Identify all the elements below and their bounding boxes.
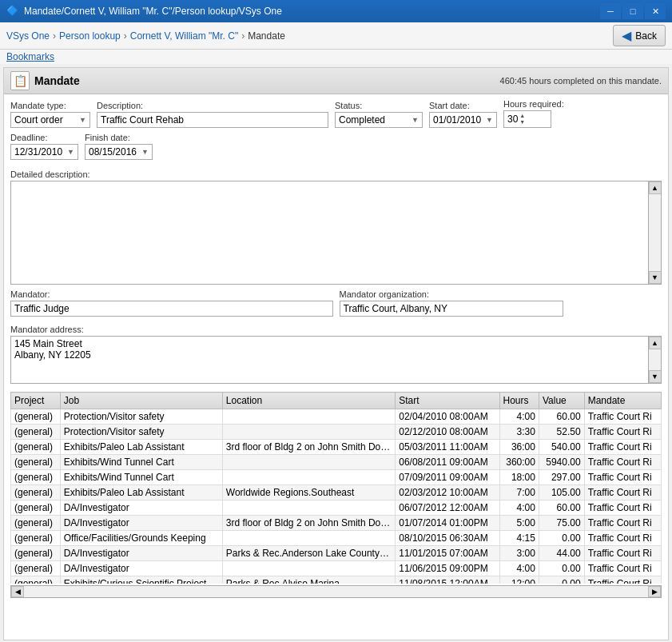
table-row[interactable]: (general)Protection/Visitor safety02/04/… xyxy=(11,409,662,425)
cell-job: Protection/Visitor safety xyxy=(60,409,222,425)
cell-project: (general) xyxy=(11,470,61,485)
cell-start: 02/12/2010 08:00AM xyxy=(396,425,499,440)
address-label: Mandator address: xyxy=(10,325,662,334)
cell-value: 52.50 xyxy=(539,425,584,440)
table-row[interactable]: (general)DA/Investigator3rd floor of Bld… xyxy=(11,516,662,531)
mandate-type-value: Court order xyxy=(14,114,63,126)
cell-mandate: Traffic Court Ri xyxy=(584,546,661,561)
table-row[interactable]: (general)Exhibits/Wind Tunnel Cart06/08/… xyxy=(11,455,662,470)
table-row[interactable]: (general)DA/InvestigatorParks & Rec.Ande… xyxy=(11,546,662,561)
cell-project: (general) xyxy=(11,576,61,584)
mandate-type-arrow: ▼ xyxy=(79,116,86,124)
title-bar: 🔷 Mandate/Cornett V, William "Mr. C"/Per… xyxy=(0,0,672,22)
cell-value: 540.00 xyxy=(539,440,584,455)
cell-hours: 4:00 xyxy=(499,500,539,516)
start-date-dropdown[interactable]: 01/01/2010 ▼ xyxy=(429,112,497,128)
address-area: 145 Main Street Albany, NY 12205 ▲ ▼ xyxy=(10,336,662,384)
data-table: Project Job Location Start Hours Value M… xyxy=(10,392,662,584)
mandate-type-field: Mandate type: Court order ▼ xyxy=(10,101,90,128)
hours-down-arrow[interactable]: ▼ xyxy=(519,119,525,126)
description-label: Description: xyxy=(97,101,328,110)
h-scroll-right-btn[interactable]: ▶ xyxy=(648,586,661,597)
cell-mandate: Traffic Court Ri xyxy=(584,409,661,425)
table-row[interactable]: (general)DA/Investigator06/07/2012 12:00… xyxy=(11,500,662,516)
nav-link-vsysone[interactable]: VSys One xyxy=(6,30,50,42)
cell-location: 3rd floor of Bldg 2 on John Smith Downto… xyxy=(222,440,395,455)
col-location: Location xyxy=(222,393,395,409)
address-text: 145 Main Street Albany, NY 12205 xyxy=(14,338,658,361)
cell-value: 5940.00 xyxy=(539,455,584,470)
minimize-button[interactable]: ─ xyxy=(600,3,621,19)
mandator-section: Mandator: Mandator organization: xyxy=(4,285,668,325)
back-button[interactable]: ◀ Back xyxy=(613,25,666,46)
finish-date-field: Finish date: 08/15/2016 ▼ xyxy=(85,133,153,160)
detailed-desc-textarea[interactable] xyxy=(11,181,648,284)
cell-job: DA/Investigator xyxy=(60,546,222,561)
cell-job: DA/Investigator xyxy=(60,500,222,516)
cell-mandate: Traffic Court Ri xyxy=(584,455,661,470)
deadline-dropdown[interactable]: 12/31/2010 ▼ xyxy=(10,144,78,160)
col-project: Project xyxy=(11,393,61,409)
cell-start: 02/03/2012 10:00AM xyxy=(396,485,499,500)
cell-hours: 36:00 xyxy=(499,440,539,455)
cell-value: 0.00 xyxy=(539,576,584,584)
form-row-1: Mandate type: Court order ▼ Description:… xyxy=(4,94,668,169)
addr-scroll-up[interactable]: ▲ xyxy=(649,337,662,349)
addr-scroll-down[interactable]: ▼ xyxy=(649,370,662,383)
cell-mandate: Traffic Court Ri xyxy=(584,576,661,584)
cell-job: Office/Facilities/Grounds Keeping xyxy=(60,531,222,546)
cell-hours: 360:00 xyxy=(499,455,539,470)
mandator-org-input[interactable] xyxy=(340,301,563,317)
scroll-down-arrow[interactable]: ▼ xyxy=(649,271,662,284)
mandator-input[interactable] xyxy=(10,301,333,317)
mandator-org-label: Mandator organization: xyxy=(340,289,662,299)
hours-required-label: Hours required: xyxy=(503,99,564,109)
cell-project: (general) xyxy=(11,546,61,561)
mandate-type-dropdown[interactable]: Court order ▼ xyxy=(10,112,90,128)
cell-start: 06/07/2012 12:00AM xyxy=(396,500,499,516)
bookmarks-link[interactable]: Bookmarks xyxy=(6,51,54,62)
cell-value: 105.00 xyxy=(539,485,584,500)
table-row[interactable]: (general)Protection/Visitor safety02/12/… xyxy=(11,425,662,440)
status-field: Status: Completed ▼ xyxy=(335,101,423,128)
detailed-desc-scrollbar: ▲ ▼ xyxy=(648,181,661,284)
table-row[interactable]: (general)Exhibits/Wind Tunnel Cart07/09/… xyxy=(11,470,662,485)
cell-project: (general) xyxy=(11,531,61,546)
table-row[interactable]: (general)DA/Investigator11/06/2015 09:00… xyxy=(11,561,662,576)
content-area: 📋 Mandate 460:45 hours completed on this… xyxy=(3,67,669,640)
mandator-label: Mandator: xyxy=(10,289,333,299)
cell-location xyxy=(222,531,395,546)
maximize-button[interactable]: □ xyxy=(622,3,643,19)
col-hours: Hours xyxy=(499,393,539,409)
mandate-title: Mandate xyxy=(34,74,80,87)
cell-project: (general) xyxy=(11,425,61,440)
table-row[interactable]: (general)Exhibits/Paleo Lab AssistantWor… xyxy=(11,485,662,500)
close-button[interactable]: ✕ xyxy=(645,3,666,19)
cell-start: 07/09/2011 09:00AM xyxy=(396,470,499,485)
finish-date-dropdown[interactable]: 08/15/2016 ▼ xyxy=(85,144,153,160)
hours-required-spinner[interactable]: 30 ▲ ▼ xyxy=(503,110,551,128)
cell-value: 60.00 xyxy=(539,500,584,516)
cell-job: Exhibits/Paleo Lab Assistant xyxy=(60,440,222,455)
table-row[interactable]: (general)Exhibits/Paleo Lab Assistant3rd… xyxy=(11,440,662,455)
cell-hours: 12:00 xyxy=(499,576,539,584)
scroll-up-arrow[interactable]: ▲ xyxy=(649,181,662,194)
cell-start: 06/08/2011 09:00AM xyxy=(396,455,499,470)
hours-up-arrow[interactable]: ▲ xyxy=(519,113,525,119)
table-row[interactable]: (general)Office/Facilities/Grounds Keepi… xyxy=(11,531,662,546)
nav-link-personlookup[interactable]: Person lookup xyxy=(59,30,121,42)
address-scrollbar: ▲ ▼ xyxy=(648,337,661,383)
description-input[interactable] xyxy=(97,112,328,128)
nav-link-person[interactable]: Cornett V, William "Mr. C" xyxy=(130,30,238,42)
title-bar-text: Mandate/Cornett V, William "Mr. C"/Perso… xyxy=(24,6,600,17)
detailed-desc-label: Detailed description: xyxy=(10,169,662,179)
cell-hours: 4:00 xyxy=(499,409,539,425)
h-scroll-left-btn[interactable]: ◀ xyxy=(11,586,24,597)
table-row[interactable]: (general)Exhibits/Curious Scientific Pro… xyxy=(11,576,662,584)
cell-location: Worldwide Regions.Southeast xyxy=(222,485,395,500)
cell-hours: 3:30 xyxy=(499,425,539,440)
status-dropdown[interactable]: Completed ▼ xyxy=(335,112,423,128)
cell-mandate: Traffic Court Ri xyxy=(584,500,661,516)
detailed-desc-area: ▲ ▼ xyxy=(10,181,662,285)
cell-hours: 5:00 xyxy=(499,516,539,531)
